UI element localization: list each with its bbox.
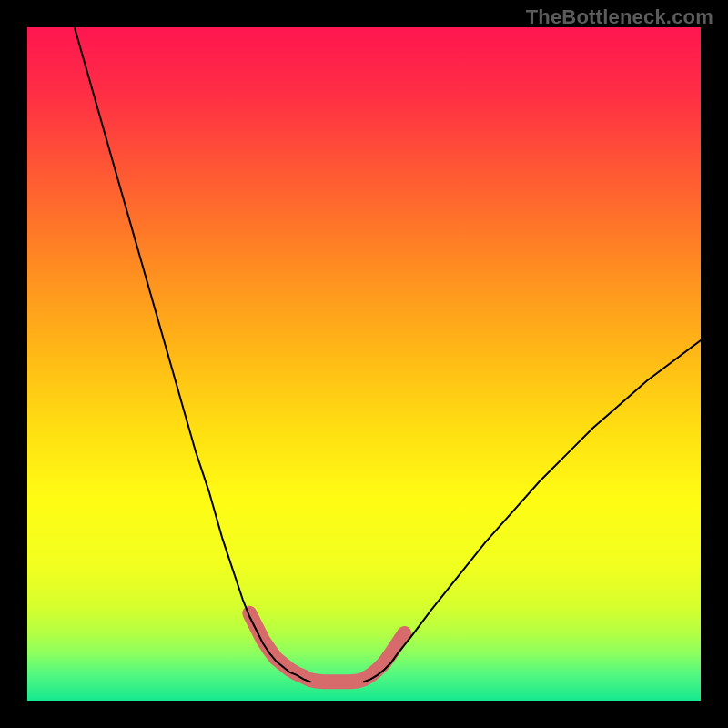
chart-frame: TheBottleneck.com <box>0 0 728 728</box>
plot-area <box>27 27 701 701</box>
gradient-background <box>27 27 701 701</box>
watermark-text: TheBottleneck.com <box>526 5 713 29</box>
chart-svg <box>27 27 701 701</box>
